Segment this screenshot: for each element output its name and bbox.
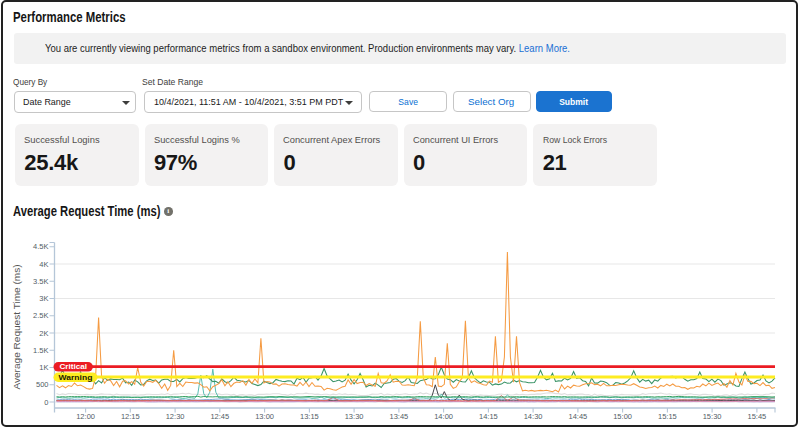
svg-text:3K: 3K: [39, 294, 48, 303]
svg-text:4K: 4K: [39, 260, 48, 269]
svg-text:12:30: 12:30: [166, 412, 185, 421]
svg-text:14:00: 14:00: [434, 412, 453, 421]
svg-text:2K: 2K: [39, 329, 48, 338]
svg-text:12:45: 12:45: [210, 412, 229, 421]
svg-text:15:45: 15:45: [748, 412, 767, 421]
svg-text:0: 0: [44, 398, 48, 407]
svg-text:13:00: 13:00: [255, 412, 274, 421]
svg-text:13:15: 13:15: [300, 412, 319, 421]
svg-text:2.5K: 2.5K: [33, 311, 48, 320]
svg-text:3.5K: 3.5K: [33, 277, 48, 286]
svg-text:12:00: 12:00: [76, 412, 95, 421]
svg-text:1.5K: 1.5K: [33, 346, 48, 355]
svg-text:15:00: 15:00: [613, 412, 632, 421]
svg-text:12:15: 12:15: [121, 412, 140, 421]
svg-text:13:30: 13:30: [345, 412, 364, 421]
svg-text:500: 500: [36, 380, 49, 389]
svg-text:14:45: 14:45: [569, 412, 588, 421]
svg-text:4.5K: 4.5K: [33, 242, 48, 251]
svg-text:14:15: 14:15: [479, 412, 498, 421]
svg-text:Average Request Time (ms): Average Request Time (ms): [11, 264, 21, 389]
svg-text:Critical: Critical: [59, 363, 87, 372]
svg-text:13:45: 13:45: [390, 412, 409, 421]
svg-text:1K: 1K: [39, 363, 48, 372]
svg-text:Warning: Warning: [59, 374, 93, 382]
svg-text:15:15: 15:15: [658, 412, 677, 421]
svg-text:14:30: 14:30: [524, 412, 543, 421]
svg-text:15:30: 15:30: [703, 412, 722, 421]
